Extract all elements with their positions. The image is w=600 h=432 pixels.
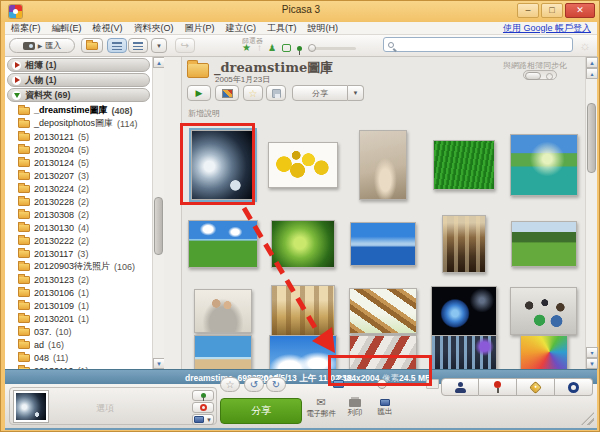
sidebar-folder-item[interactable]: 20130207 (3) — [5, 169, 164, 182]
collage-button[interactable] — [215, 85, 239, 101]
filter-faces-icon[interactable]: ♟ — [268, 43, 276, 53]
back-button[interactable]: ↪ — [175, 38, 195, 53]
people-panel-button[interactable] — [441, 378, 479, 396]
clear-tray-button[interactable] — [192, 402, 214, 413]
sidebar-folder-item[interactable]: 20130124 (5) — [5, 156, 164, 169]
photo-thumbnail-couple[interactable] — [194, 289, 252, 333]
sidebar-folder-item[interactable]: 048 (11) — [5, 351, 164, 364]
import-button[interactable]: ▶ 匯入 — [9, 38, 75, 53]
filter-movies-icon[interactable] — [282, 44, 291, 52]
sidebar-section-albums[interactable]: 相簿 (1) — [7, 58, 150, 72]
sidebar-folder-item[interactable]: 20120903待洗照片 (106) — [5, 260, 164, 273]
photo-thumbnail-skewers[interactable] — [349, 288, 417, 334]
export-button[interactable]: 匯出 — [368, 397, 402, 417]
photo-thumbnail-clouds[interactable] — [269, 335, 337, 369]
sidebar-folder-item[interactable]: 20130109 (1) — [5, 299, 164, 312]
resize-grip[interactable] — [581, 412, 594, 425]
small-thumbnails-icon[interactable] — [333, 380, 344, 388]
photo-thumbnail-beach[interactable] — [194, 335, 252, 369]
hold-tray-button[interactable] — [192, 390, 214, 401]
photo-thumbnail-group[interactable] — [510, 287, 577, 335]
filter-starred-icon[interactable]: ★ — [242, 43, 251, 53]
sidebar-folder-item[interactable]: 20130121 (5) — [5, 130, 164, 143]
rotate-right-button[interactable]: ↻ — [266, 377, 286, 392]
menu-item[interactable]: 檔案(F) — [11, 22, 41, 35]
photo-thumbnail-lakeforest[interactable] — [510, 134, 578, 196]
sidebar-folder-item[interactable]: 20130201 (1) — [5, 312, 164, 325]
sidebar-folder-item[interactable]: _depositphotos圖庫 (114) — [5, 117, 164, 130]
email-button[interactable]: ✉ 電子郵件 — [304, 397, 338, 419]
star-button[interactable]: ☆ — [243, 85, 263, 101]
filter-geotag-icon[interactable] — [297, 46, 302, 51]
zoom-slider[interactable] — [349, 383, 421, 386]
sidebar-scrollbar[interactable]: ▲ ▼ — [152, 57, 164, 369]
sidebar-section-folders[interactable]: 資料夾 (69) — [7, 88, 150, 102]
scroll-top-button[interactable]: ▲ — [586, 57, 598, 68]
scrollbar-thumb[interactable] — [587, 103, 596, 173]
photo-thumbnail-restaurant[interactable] — [442, 215, 486, 273]
scroll-up-button[interactable]: ▲ — [153, 57, 164, 68]
photo-thumbnail-swirl[interactable] — [520, 335, 568, 369]
photo-thumbnail-golf[interactable] — [511, 221, 577, 267]
slideshow-button[interactable]: ▶ — [187, 85, 211, 101]
sidebar-folder-item[interactable]: 20130308 (2) — [5, 208, 164, 221]
filter-uploaded-icon[interactable]: ↑ — [257, 43, 262, 53]
photo-thumbnail-flowers[interactable] — [268, 142, 338, 188]
slider-knob[interactable] — [308, 44, 316, 52]
search-input[interactable] — [394, 39, 568, 50]
zoom-slider-knob[interactable] — [377, 379, 387, 389]
large-thumbnails-icon[interactable] — [426, 379, 439, 389]
photo-thumbnail-lake[interactable] — [350, 222, 416, 266]
scroll-bottom-button[interactable]: ▼ — [586, 358, 598, 369]
scroll-down-button[interactable]: ▾ — [586, 347, 598, 358]
places-panel-button[interactable] — [479, 378, 517, 396]
sidebar-folder-item[interactable]: 20130204 (5) — [5, 143, 164, 156]
save-button[interactable] — [266, 85, 286, 101]
menu-item[interactable]: 圖片(P) — [185, 22, 215, 35]
sidebar-folder-item[interactable]: 20130130 (4) — [5, 221, 164, 234]
scrollbar-thumb[interactable] — [154, 197, 163, 255]
menu-item[interactable]: 檢視(V) — [93, 22, 123, 35]
sidebar-folder-item[interactable]: 20130123 (2) — [5, 273, 164, 286]
sidebar-folder-item[interactable]: 20130117 (3) — [5, 247, 164, 260]
photo-thumbnail-earth[interactable] — [431, 286, 497, 336]
sidebar-folder-item[interactable]: _dreamstime圖庫 (408) — [5, 104, 164, 117]
photo-thumbnail-shell[interactable] — [359, 130, 407, 200]
sidebar-folder-item[interactable]: 20130224 (2) — [5, 182, 164, 195]
tree-view-button[interactable] — [128, 38, 148, 53]
scroll-up-button[interactable]: ▴ — [586, 68, 598, 79]
sidebar-folder-item[interactable]: 20130106 (1) — [5, 286, 164, 299]
flat-view-button[interactable] — [107, 38, 127, 53]
photo-thumbnail-grass[interactable] — [433, 140, 495, 190]
photo-thumbnail-car[interactable] — [191, 130, 255, 200]
photo-thumbnail-farm[interactable] — [188, 220, 258, 268]
sidebar-folder-item[interactable]: 20130222 (2) — [5, 234, 164, 247]
properties-panel-button[interactable] — [555, 378, 593, 396]
share-dropdown[interactable]: ▼ — [348, 85, 364, 101]
filter-date-slider[interactable] — [308, 47, 356, 50]
star-photo-button[interactable]: ☆ — [220, 377, 240, 392]
share-button[interactable]: 分享 — [292, 85, 348, 101]
sync-toggle[interactable] — [523, 70, 557, 80]
sidebar-folder-item[interactable]: ad (16) — [5, 338, 164, 351]
close-button[interactable]: ✕ — [565, 3, 595, 18]
photo-thumbnail-forest[interactable] — [271, 220, 335, 268]
google-signin-link[interactable]: 使用 Google 帳戶登入 — [503, 22, 591, 35]
photo-thumbnail-palace[interactable] — [271, 285, 335, 337]
add-to-album-button[interactable]: ▼ — [192, 414, 214, 425]
share-green-button[interactable]: 分享 — [220, 398, 302, 424]
main-scrollbar[interactable]: ▲ ▴ ▾ ▼ — [585, 57, 597, 369]
tags-panel-button[interactable] — [517, 378, 555, 396]
add-folder-button[interactable] — [81, 38, 103, 53]
print-button[interactable]: 列印 — [338, 397, 372, 418]
menu-item[interactable]: 編輯(E) — [52, 22, 82, 35]
rotate-left-button[interactable]: ↺ — [244, 377, 264, 392]
tray-thumbnail-car[interactable] — [14, 391, 48, 422]
photo-thumbnail-office[interactable] — [431, 335, 497, 369]
menu-item[interactable]: 工具(T) — [267, 22, 297, 35]
menu-item[interactable]: 說明(H) — [308, 22, 339, 35]
scroll-down-button[interactable]: ▼ — [153, 358, 164, 369]
menu-item[interactable]: 建立(C) — [226, 22, 257, 35]
view-options-dropdown[interactable]: ▼ — [151, 38, 167, 53]
menu-item[interactable]: 資料夾(O) — [134, 22, 174, 35]
